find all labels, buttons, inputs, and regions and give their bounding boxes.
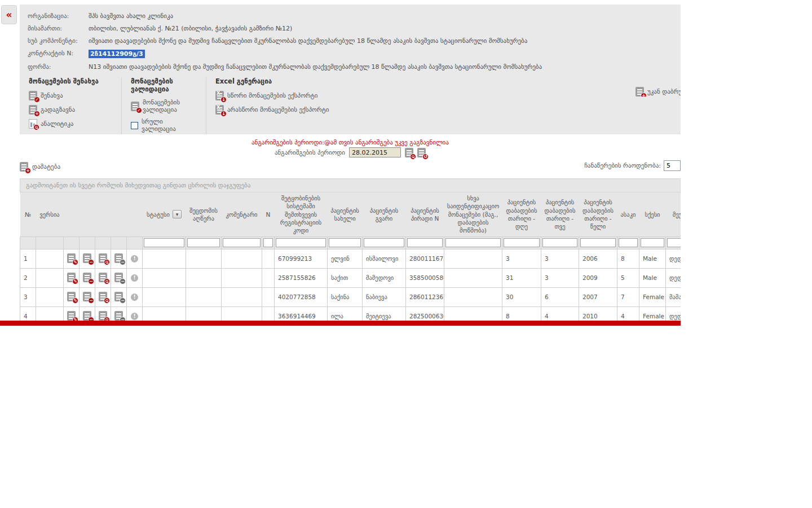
edit-record-button[interactable]: ✎ [64, 306, 80, 321]
birth-day-cell: 31 [502, 268, 541, 287]
filter-spacer [36, 237, 64, 249]
delete-record-button[interactable]: − [80, 306, 95, 321]
info-icon[interactable]: ! [127, 249, 143, 268]
filter-birth-day-input[interactable] [504, 238, 540, 247]
first-name-cell: საქინა [328, 287, 363, 306]
records-count-input[interactable] [664, 160, 681, 171]
field-value: N13 იშვიათი დაავადებების მქონე და მუდმივ… [89, 63, 542, 71]
filter-personal-n-input[interactable] [407, 238, 443, 247]
col-status[interactable]: სტატუსი ▼ [143, 192, 186, 237]
edit-record-button[interactable]: ✎ [64, 287, 80, 306]
col-age[interactable]: ასაკი [617, 192, 639, 237]
view-record-button[interactable] [95, 268, 111, 287]
personal-n-cell: 28601123673 [406, 287, 444, 306]
field-form: ფორმა: N13 იშვიათი დაავადებების მქონე და… [28, 63, 673, 71]
status-cell [143, 306, 186, 321]
row-number-cell: 3 [20, 287, 36, 306]
col-birth-year[interactable]: პაციენტის დაბადების თარიღი - წელი [579, 192, 617, 237]
sex-cell: Female [639, 287, 666, 306]
edit-record-button[interactable]: ✎ [64, 268, 80, 287]
comment-cell [222, 249, 262, 268]
archive-record-button[interactable]: − [111, 268, 127, 287]
filter-reg-code-input[interactable] [276, 238, 326, 247]
filter-birth-month-input[interactable] [542, 238, 577, 247]
edit-record-button[interactable]: ✎ [64, 249, 80, 268]
send-button[interactable]: + გადაგზავნა [29, 105, 113, 115]
col-birth-month[interactable]: პაციენტის დაბადების თარიღი - თვე [541, 192, 579, 237]
archive-record-button[interactable]: − [111, 249, 127, 268]
delete-record-button[interactable]: − [80, 249, 95, 268]
col-edit [64, 192, 80, 237]
full-validation-option: სრული ვალიდაცია [131, 118, 198, 133]
filter-spacer [95, 237, 111, 249]
version-cell [36, 306, 64, 321]
col-error[interactable]: შეცდომის აღწერა [186, 192, 222, 237]
export-valid-button[interactable]: ↓ სწორი მონაცემების ექსპორტი [215, 91, 329, 100]
info-icon[interactable]: ! [127, 287, 143, 306]
contract-number-value[interactable]: 2ჩ14112909გ/3 [89, 50, 145, 58]
col-guardian[interactable]: მეურვე [666, 192, 681, 237]
archive-record-button[interactable]: − [111, 287, 127, 306]
delete-record-button[interactable]: − [80, 287, 95, 306]
col-num[interactable]: № [20, 192, 36, 237]
filter-last-name-input[interactable] [364, 238, 404, 247]
filter-comment-input[interactable] [223, 238, 261, 247]
group-by-bar[interactable]: გადმოიტანეთ ის სვეტი რომლის მიხედვითაც გ… [20, 178, 681, 192]
period-row: ანგარიშგების პერიოდი ↺ [20, 147, 681, 157]
info-icon[interactable]: ! [127, 268, 143, 287]
filter-other-id-input[interactable] [445, 238, 501, 247]
export-invalid-button[interactable]: ↓ არასწორი მონაცემების ექსპორტი [215, 105, 329, 115]
filter-error-input[interactable] [187, 238, 220, 247]
view-record-button[interactable] [95, 249, 111, 268]
n-cell [262, 268, 275, 287]
filter-first-name-input[interactable] [329, 238, 361, 247]
filter-spacer [127, 237, 143, 249]
filter-sex-input[interactable] [641, 238, 664, 247]
add-record-button[interactable]: + დამატება [20, 162, 60, 172]
field-value: იშვიათი დაავადებების მქონე და მუდმივ ჩან… [89, 37, 527, 45]
bar-chart-search-icon [29, 119, 37, 129]
col-sex[interactable]: სქესი [639, 192, 666, 237]
view-record-button[interactable] [95, 306, 111, 321]
col-last-name[interactable]: პაციენტის გვარი [363, 192, 406, 237]
table-row: 3 ✎ − − ! 4020772858 საქინა ნაბიევა 2860… [20, 287, 681, 306]
field-label: ორგანიზაცია: [28, 12, 89, 20]
col-other-id[interactable]: სხვა საიდენტიფიკაციო მონაცემები (მაგ., დ… [444, 192, 502, 237]
delete-record-button[interactable]: − [80, 268, 95, 287]
archive-record-button[interactable]: − [111, 306, 127, 321]
other-id-cell [444, 287, 502, 306]
sex-cell: Male [639, 249, 666, 268]
excel-export-icon: ↓ [215, 105, 224, 115]
analytics-button[interactable]: ანალიტიკა [29, 119, 113, 129]
status-filter-dropdown[interactable]: ▼ [173, 210, 182, 218]
personal-n-cell: 35850005807 [406, 268, 444, 287]
filter-guardian-input[interactable] [667, 238, 681, 247]
col-version[interactable]: ვერსია [36, 192, 64, 237]
col-first-name[interactable]: პაციენტის სახელი [328, 192, 363, 237]
info-icon[interactable]: ! [127, 306, 143, 321]
collapse-sidebar-button[interactable]: « [1, 5, 17, 24]
validate-button[interactable]: ✓ მონაცემების ვალიდაცია [131, 99, 198, 113]
period-date-input[interactable] [349, 147, 401, 157]
last-name-cell: ნაბიევა [363, 287, 406, 306]
back-button[interactable]: + უკან დაბრუნება [636, 87, 681, 97]
error-cell [186, 249, 222, 268]
col-comment[interactable]: კომენტარი [222, 192, 262, 237]
filter-status-input[interactable] [144, 238, 184, 247]
period-reset-icon[interactable]: ↺ [417, 148, 426, 157]
col-birth-day[interactable]: პაციენტის დაბადების თარიღი - დღე [502, 192, 541, 237]
col-personal-n[interactable]: პაციენტის პირადი N [406, 192, 444, 237]
view-record-button[interactable] [95, 287, 111, 306]
col-n[interactable]: N [262, 192, 275, 237]
full-validation-checkbox[interactable] [131, 122, 138, 129]
last-name-cell: მამედოვი [363, 268, 406, 287]
col-reg-code[interactable]: შეტყობინების სისტემაში შემთხვევის რეგისტ… [275, 192, 328, 237]
filter-n-input[interactable] [263, 238, 273, 247]
period-lookup-icon[interactable] [405, 148, 413, 157]
filter-age-input[interactable] [619, 238, 638, 247]
age-cell: 8 [617, 249, 639, 268]
status-cell [143, 268, 186, 287]
validation-section-title: მონაცემების ვალიდაცია [131, 77, 198, 93]
filter-birth-year-input[interactable] [580, 238, 616, 247]
save-button[interactable]: ✓ შენახვა [29, 91, 113, 100]
